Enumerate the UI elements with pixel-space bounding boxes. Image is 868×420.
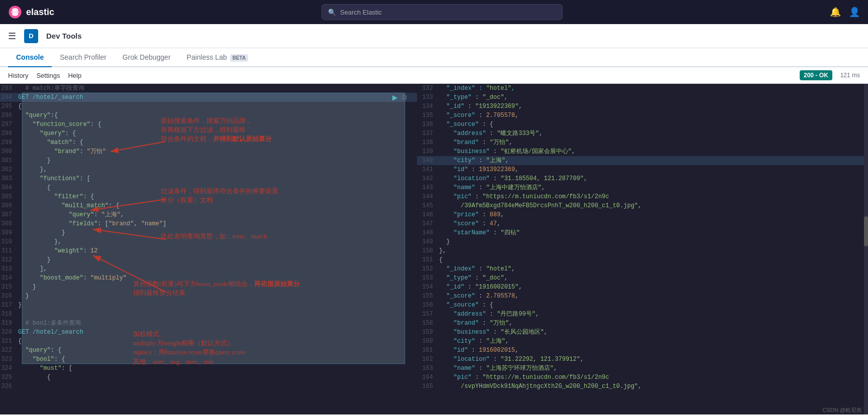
response-line: 136 "_source" : { (417, 120, 868, 129)
editor-line: 308 "fields": ["brand", "name"] (0, 219, 417, 228)
help-button[interactable]: Help (68, 72, 81, 79)
search-icon: 🔍 (328, 9, 336, 16)
toolbar: History Settings Help 200 - OK 121 ms (0, 67, 868, 84)
status-badge: 200 - OK (800, 70, 832, 80)
response-line: 157 "address" : "丹巴路99号", (417, 310, 868, 319)
response-line: 134 "_id" : "1913922369", (417, 102, 868, 111)
tab-grok-debugger[interactable]: Grok Debugger (115, 48, 179, 67)
settings-button[interactable]: Settings (36, 72, 60, 79)
response-line: 138 "brand" : "万怡", (417, 138, 868, 147)
editor-line: 309 } (0, 228, 417, 237)
editor-line: 305 "filter": { (0, 192, 417, 201)
response-line: 156 "_source" : { (417, 301, 868, 310)
tab-painless-lab[interactable]: Painless LabBETA (179, 48, 257, 67)
editor-line: 303 "functions": [ (0, 174, 417, 183)
editor-line: 302 }, (0, 165, 417, 174)
response-content: 132 "_index" : "hotel", 133 "_type" : "_… (417, 84, 868, 414)
user-icon[interactable]: 👤 (849, 7, 860, 18)
response-line: 140 "city" : "上海", (417, 156, 868, 165)
tab-console[interactable]: Console (8, 48, 52, 67)
response-line: 163 "name" : "上海苏宁环球万怡酒店", (417, 364, 868, 373)
editor-line: 301 } (0, 156, 417, 165)
editor-line: 326 (0, 382, 417, 391)
editor-line: 304 { (0, 183, 417, 192)
response-line: 159 "business" : "长风公园地区", (417, 328, 868, 337)
editor-line: 316 } (0, 292, 417, 301)
editor-line: 300 "brand": "万怡" (0, 147, 417, 156)
editor-line: 322 "query": { (0, 346, 417, 355)
response-line: 151 { (417, 255, 868, 264)
response-line: 152 "_index" : "hotel", (417, 264, 868, 273)
editor-line: 295 { (0, 102, 417, 111)
tab-search-profiler[interactable]: Search Profiler (52, 48, 115, 67)
editor-line: 323 "bool": { (0, 355, 417, 364)
editor-line: 321 { (0, 337, 417, 346)
watermark: CSDN @欧尼焦 (823, 406, 862, 414)
response-line: 132 "_index" : "hotel", (417, 84, 868, 93)
response-time: 121 ms (840, 72, 860, 79)
editor-panel[interactable]: 293 # match:单字段查询 294 GET /hotel/_search… (0, 84, 417, 414)
editor-line: 317 } (0, 301, 417, 310)
response-line: 145 /39Afm5Bxgd784eMeFB5DrcsPnhT_w200_h2… (417, 201, 868, 210)
response-line: 139 "business" : "虹桥机场/国家会展中心", (417, 147, 868, 156)
response-line: 149 } (417, 237, 868, 246)
editor-content: 293 # match:单字段查询 294 GET /hotel/_search… (0, 84, 417, 414)
avatar: D (24, 29, 38, 43)
response-line: 155 "_score" : 2.705578, (417, 292, 868, 301)
response-line: 162 "location" : "31.22292, 121.379912", (417, 355, 868, 364)
beta-badge: BETA (230, 54, 248, 62)
tab-bar: Console Search Profiler Grok Debugger Pa… (0, 48, 868, 67)
editor-line: 320 GET /hotel/_search (0, 328, 417, 337)
response-line: 142 "location" : "31.185504, 121.287709"… (417, 174, 868, 183)
search-bar[interactable]: 🔍 Search Elastic (321, 4, 563, 20)
editor-line: 311 "weight": 12 (0, 246, 417, 255)
response-line: 146 "price" : 889, (417, 210, 868, 219)
response-line: 148 "starName" : "四钻" (417, 228, 868, 237)
top-bar-icons: 🔔 👤 (830, 7, 860, 18)
editor-line: 307 "query": "上海", (0, 210, 417, 219)
response-line: 153 "_type" : "_doc", (417, 273, 868, 283)
editor-line: 297 "function_score": { (0, 120, 417, 129)
editor-line: 325 { (0, 373, 417, 382)
response-line: 137 "address" : "蟠文路333号", (417, 129, 868, 138)
editor-line: 296 "query":{ (0, 111, 417, 120)
editor-line: 310 }, (0, 237, 417, 246)
dev-tools-title: Dev Tools (46, 32, 82, 40)
svg-point-3 (11, 11, 20, 14)
editor-line: 318 (0, 310, 417, 319)
response-line: 161 "id" : 1916002015, (417, 346, 868, 355)
response-line: 143 "name" : "上海中建万怡酒店", (417, 183, 868, 192)
search-bar-wrapper: 🔍 Search Elastic (60, 4, 824, 20)
response-panel[interactable]: 132 "_index" : "hotel", 133 "_type" : "_… (417, 84, 868, 414)
response-line: 133 "_type" : "_doc", (417, 93, 868, 102)
editor-line: 313 ], (0, 264, 417, 273)
response-line: 164 "pic" : "https://m.tuniucdn.com/fb3/… (417, 373, 868, 382)
scrollbar-track[interactable] (864, 84, 868, 414)
editor-line: 319 # bool:多条件查询 (0, 319, 417, 328)
response-line: 160 "city" : "上海", (417, 337, 868, 346)
editor-line: 315 } (0, 283, 417, 292)
editor-line: 306 "multi_match": { (0, 201, 417, 210)
scrollbar-thumb[interactable] (864, 216, 868, 246)
editor-line: 314 "boost_mode": "multiply" (0, 273, 417, 283)
response-line: 158 "brand" : "万怡", (417, 319, 868, 328)
response-line: 141 "id" : 1913922369, (417, 165, 868, 174)
logo-text: elastic (26, 7, 54, 18)
editor-line: 294 GET /hotel/_search (0, 93, 417, 102)
editor-line: 299 "match": { (0, 138, 417, 147)
main-content: 293 # match:单字段查询 294 GET /hotel/_search… (0, 84, 868, 414)
history-button[interactable]: History (8, 72, 28, 79)
response-line: 135 "_score" : 2.705578, (417, 111, 868, 120)
search-placeholder: Search Elastic (340, 9, 382, 16)
response-line: 150 }, (417, 246, 868, 255)
top-bar: elastic 🔍 Search Elastic 🔔 👤 (0, 0, 868, 24)
bell-icon[interactable]: 🔔 (830, 7, 841, 18)
editor-line: 324 "must": [ (0, 364, 417, 373)
editor-line: 293 # match:单字段查询 (0, 84, 417, 93)
response-line: 144 "pic" : "https://m.tuniucdn.com/fb3/… (417, 192, 868, 201)
editor-line: 298 "query": { (0, 129, 417, 138)
response-line: 165 /svpYHdmVDck91NqAhjtngcXth2G_w200_h2… (417, 382, 868, 391)
response-line: 154 "_id" : "1916002015", (417, 283, 868, 292)
elastic-logo[interactable]: elastic (8, 5, 54, 19)
hamburger-button[interactable]: ☰ (8, 31, 16, 42)
